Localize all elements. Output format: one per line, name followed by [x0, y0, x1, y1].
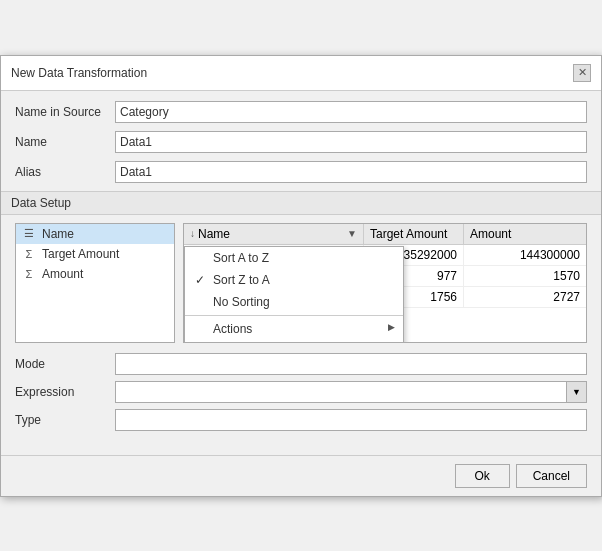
name-in-source-row: Name in Source — [15, 101, 587, 123]
td-amount-1: 144300000 — [464, 245, 586, 265]
target-amount-icon: Σ — [22, 247, 36, 261]
dialog-body: Name in Source Name Alias Data Setup ☰ N… — [1, 91, 601, 447]
menu-item-sort-a-z[interactable]: Sort A to Z — [185, 247, 403, 269]
expression-label: Expression — [15, 385, 115, 399]
expression-input-container: ▼ — [115, 381, 587, 403]
alias-label: Alias — [15, 165, 115, 179]
menu-separator-1 — [185, 315, 403, 316]
left-panel-item-target-amount[interactable]: Σ Target Amount — [16, 244, 174, 264]
expression-input[interactable] — [115, 381, 567, 403]
cancel-button[interactable]: Cancel — [516, 464, 587, 488]
name-in-source-label: Name in Source — [15, 105, 115, 119]
th-amount[interactable]: Amount — [464, 224, 586, 244]
td-amount-3: 2727 — [464, 287, 586, 307]
name-in-source-input[interactable] — [115, 101, 587, 123]
data-setup-section-header: Data Setup — [1, 191, 601, 215]
column-filter-dropdown: Sort A to Z Sort Z to A No Sorting Actio… — [184, 246, 404, 343]
th-name[interactable]: ↓ Name ▼ — [184, 224, 364, 244]
mode-input[interactable] — [115, 353, 587, 375]
expression-dropdown-button[interactable]: ▼ — [567, 381, 587, 403]
table-header: ↓ Name ▼ Target Amount Amount — [184, 224, 586, 245]
name-label: Name — [15, 135, 115, 149]
menu-item-actions[interactable]: Actions — [185, 318, 403, 340]
menu-item-no-sorting[interactable]: No Sorting — [185, 291, 403, 313]
data-setup-area: ☰ Name Σ Target Amount Σ Amount ↓ — [15, 223, 587, 343]
dialog-title: New Data Transformation — [11, 66, 147, 80]
right-panel: ↓ Name ▼ Target Amount Amount 135292000 … — [183, 223, 587, 343]
name-input[interactable] — [115, 131, 587, 153]
expression-row: Expression ▼ — [15, 381, 587, 403]
left-panel-item-name[interactable]: ☰ Name — [16, 224, 174, 244]
mode-label: Mode — [15, 357, 115, 371]
ok-button[interactable]: Ok — [455, 464, 510, 488]
dialog-footer: Ok Cancel — [1, 455, 601, 496]
alias-input[interactable] — [115, 161, 587, 183]
type-input[interactable] — [115, 409, 587, 431]
type-row: Type — [15, 409, 587, 431]
amount-icon: Σ — [22, 267, 36, 281]
bottom-form: Mode Expression ▼ Type — [15, 353, 587, 431]
type-label: Type — [15, 413, 115, 427]
menu-item-sort-z-a[interactable]: Sort Z to A — [185, 269, 403, 291]
alias-row: Alias — [15, 161, 587, 183]
left-panel-item-amount[interactable]: Σ Amount — [16, 264, 174, 284]
menu-separator-2 — [185, 342, 403, 343]
name-row: Name — [15, 131, 587, 153]
mode-row: Mode — [15, 353, 587, 375]
sort-down-icon: ↓ — [190, 228, 195, 239]
td-amount-2: 1570 — [464, 266, 586, 286]
dialog-titlebar: New Data Transformation ✕ — [1, 56, 601, 91]
left-panel: ☰ Name Σ Target Amount Σ Amount — [15, 223, 175, 343]
th-target-amount[interactable]: Target Amount — [364, 224, 464, 244]
new-data-transformation-dialog: New Data Transformation ✕ Name in Source… — [0, 55, 602, 497]
name-icon: ☰ — [22, 227, 36, 241]
close-button[interactable]: ✕ — [573, 64, 591, 82]
filter-icon: ▼ — [347, 228, 357, 239]
